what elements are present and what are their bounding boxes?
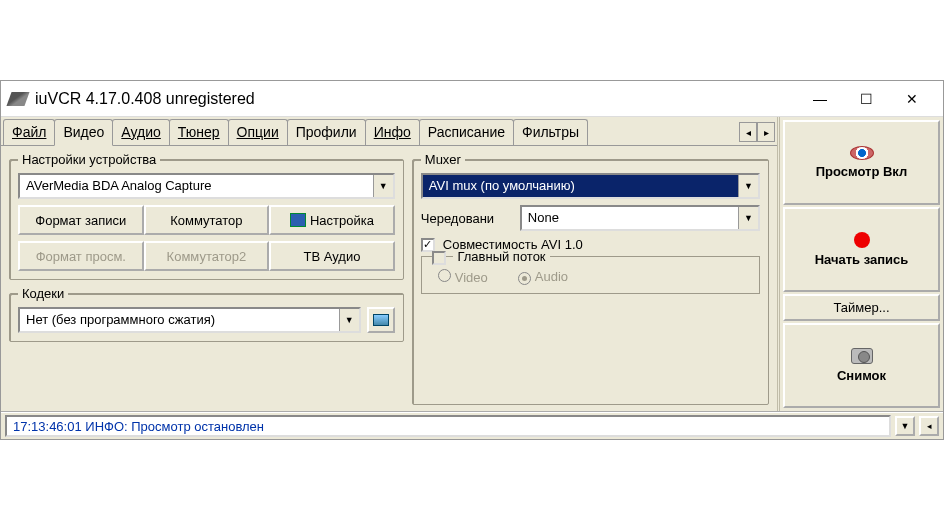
chevron-down-icon[interactable]: ▼ <box>339 309 359 331</box>
device-combo[interactable]: AVerMedia BDA Analog Capture ▼ <box>18 173 395 199</box>
status-dropdown-button[interactable]: ▼ <box>895 416 915 436</box>
status-text: 17:13:46:01 ИНФО: Просмотр остановлен <box>5 415 891 437</box>
codecs-legend: Кодеки <box>18 286 68 301</box>
interleave-label: Чередовани <box>421 211 516 226</box>
device-combo-value: AVerMedia BDA Analog Capture <box>20 175 373 197</box>
maximize-button[interactable]: ☐ <box>843 84 889 114</box>
window-title: iuVCR 4.17.0.408 unregistered <box>35 90 797 108</box>
timer-button[interactable]: Таймер... <box>783 294 940 321</box>
snapshot-button[interactable]: Снимок <box>783 323 940 408</box>
tabs-scroll-left[interactable]: ◂ <box>739 122 757 142</box>
device-settings-group: Настройки устройства AVerMedia BDA Analo… <box>9 152 404 280</box>
commutator-button[interactable]: Коммутатор <box>144 205 270 235</box>
tab-profiles[interactable]: Профили <box>287 119 366 145</box>
codec-combo-value: Нет (без программного сжатия) <box>20 309 339 331</box>
tabs-scroll-right[interactable]: ▸ <box>757 122 775 142</box>
radio-icon <box>518 272 531 285</box>
main-stream-checkbox[interactable] <box>432 251 446 265</box>
codec-combo[interactable]: Нет (без программного сжатия) ▼ <box>18 307 361 333</box>
close-button[interactable]: ✕ <box>889 84 935 114</box>
record-icon <box>854 232 870 248</box>
tab-audio[interactable]: Аудио <box>112 119 170 145</box>
chevron-down-icon[interactable]: ▼ <box>373 175 393 197</box>
eye-icon <box>850 146 874 160</box>
radio-icon <box>438 269 451 282</box>
tab-tuner[interactable]: Тюнер <box>169 119 229 145</box>
codec-config-button[interactable] <box>367 307 395 333</box>
codecs-group: Кодеки Нет (без программного сжатия) ▼ <box>9 286 404 342</box>
tab-filters[interactable]: Фильтры <box>513 119 588 145</box>
tab-video-body: Настройки устройства AVerMedia BDA Analo… <box>1 145 777 411</box>
muxer-combo-value: AVI mux (по умолчанию) <box>423 175 738 197</box>
side-panel: Просмотр Вкл Начать запись Таймер... Сни… <box>777 117 943 411</box>
interleave-value: None <box>522 207 738 229</box>
properties-icon <box>373 314 389 326</box>
muxer-legend: Muxer <box>421 152 465 167</box>
device-settings-legend: Настройки устройства <box>18 152 160 167</box>
tab-info[interactable]: Инфо <box>365 119 420 145</box>
preview-toggle-button[interactable]: Просмотр Вкл <box>783 120 940 205</box>
title-bar: iuVCR 4.17.0.408 unregistered — ☐ ✕ <box>1 81 943 117</box>
app-window: iuVCR 4.17.0.408 unregistered — ☐ ✕ Файл… <box>0 80 944 440</box>
status-scroll-button[interactable]: ◂ <box>919 416 939 436</box>
settings-icon <box>290 213 306 227</box>
radio-audio: Audio <box>518 269 568 285</box>
status-bar: 17:13:46:01 ИНФО: Просмотр остановлен ▼ … <box>1 411 943 439</box>
radio-video: Video <box>438 269 488 285</box>
app-icon <box>6 92 29 106</box>
commutator2-button: Коммутатор2 <box>144 241 270 271</box>
tab-schedule[interactable]: Расписание <box>419 119 514 145</box>
interleave-combo[interactable]: None ▼ <box>520 205 760 231</box>
tab-file[interactable]: Файл <box>3 119 55 145</box>
device-settings-button[interactable]: Настройка <box>269 205 395 235</box>
tab-strip: Файл Видео Аудио Тюнер Опции Профили Инф… <box>1 117 777 145</box>
tab-video[interactable]: Видео <box>54 119 113 146</box>
record-format-button[interactable]: Формат записи <box>18 205 144 235</box>
tab-options[interactable]: Опции <box>228 119 288 145</box>
camera-icon <box>851 348 873 364</box>
view-format-button: Формат просм. <box>18 241 144 271</box>
chevron-down-icon[interactable]: ▼ <box>738 175 758 197</box>
main-stream-group: Главный поток Video Audio <box>421 256 760 294</box>
muxer-group: Muxer AVI mux (по умолчанию) ▼ Чередован… <box>412 152 769 405</box>
start-record-button[interactable]: Начать запись <box>783 207 940 292</box>
muxer-combo[interactable]: AVI mux (по умолчанию) ▼ <box>421 173 760 199</box>
main-stream-label: Главный поток <box>453 249 549 264</box>
minimize-button[interactable]: — <box>797 84 843 114</box>
tv-audio-button[interactable]: ТВ Аудио <box>269 241 395 271</box>
chevron-down-icon[interactable]: ▼ <box>738 207 758 229</box>
